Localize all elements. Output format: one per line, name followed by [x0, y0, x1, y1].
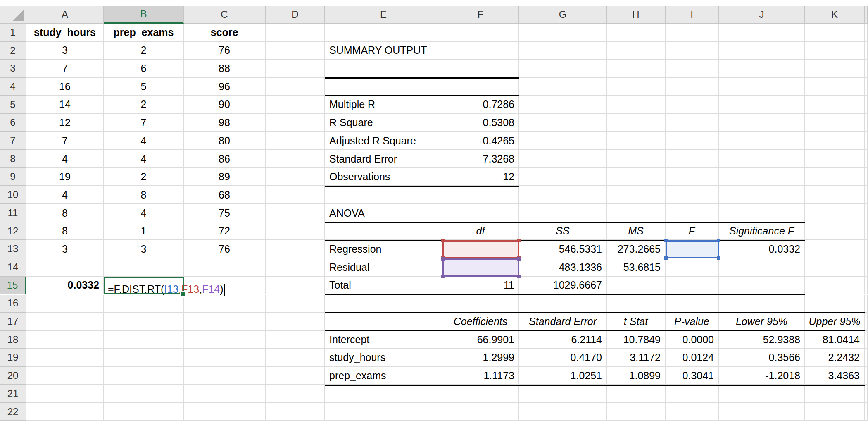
cell-J6[interactable] [719, 114, 805, 132]
cell-K7[interactable] [805, 132, 865, 150]
cell-E15[interactable]: Total [325, 277, 442, 295]
cell-J12[interactable]: Significance F [719, 222, 805, 241]
cell-G6[interactable] [519, 114, 607, 132]
cell-I15[interactable] [666, 277, 719, 295]
cell-H18[interactable]: 10.7849 [607, 331, 666, 349]
cell-G16[interactable] [519, 295, 607, 313]
cell-D21[interactable] [266, 385, 325, 403]
cell-H19[interactable]: 3.1172 [607, 349, 666, 367]
cell-J14[interactable] [719, 258, 805, 277]
cell-overflow-21[interactable] [865, 385, 868, 403]
row-header-17[interactable]: 17 [0, 313, 26, 331]
column-header-H[interactable]: H [607, 6, 666, 24]
cell-A16[interactable] [26, 295, 104, 313]
cell-D5[interactable] [266, 96, 325, 114]
cell-F7[interactable]: 0.4265 [442, 132, 519, 150]
cell-I4[interactable] [666, 78, 719, 96]
cell-F6[interactable]: 0.5308 [442, 114, 519, 132]
cell-overflow-18[interactable] [865, 331, 868, 349]
cell-G9[interactable] [519, 168, 607, 187]
cell-J3[interactable] [719, 60, 805, 78]
cell-F11[interactable] [442, 204, 519, 222]
cell-overflow-12[interactable] [865, 222, 868, 241]
cell-K5[interactable] [805, 96, 865, 114]
cell-J2[interactable] [719, 42, 805, 60]
cell-I9[interactable] [666, 168, 719, 187]
cell-I16[interactable] [666, 295, 719, 313]
cell-B6[interactable]: 7 [104, 114, 184, 132]
cell-G20[interactable]: 1.0251 [519, 367, 607, 385]
cell-C9[interactable]: 89 [184, 168, 266, 187]
cell-D16[interactable] [266, 295, 325, 313]
cell-C20[interactable] [184, 367, 266, 385]
cell-B8[interactable]: 4 [104, 150, 184, 168]
column-header-F[interactable]: F [442, 6, 519, 24]
row-header-19[interactable]: 19 [0, 349, 26, 367]
cell-C1[interactable]: score [184, 24, 266, 42]
cell-F4[interactable] [442, 78, 519, 96]
column-header-K[interactable]: K [805, 6, 865, 24]
cell-E19[interactable]: study_hours [325, 349, 442, 367]
cell-C17[interactable] [184, 313, 266, 331]
cell-B5[interactable]: 2 [104, 96, 184, 114]
cell-K4[interactable] [805, 78, 865, 96]
cell-E17[interactable] [325, 313, 442, 331]
column-header-D[interactable]: D [266, 6, 325, 24]
column-header-C[interactable]: C [184, 6, 266, 24]
cell-F1[interactable] [442, 24, 519, 42]
cell-D10[interactable] [266, 186, 325, 204]
cell-E5[interactable]: Multiple R [325, 96, 442, 114]
cell-H10[interactable] [607, 186, 666, 204]
row-header-13[interactable]: 13 [0, 240, 26, 258]
cell-G5[interactable] [519, 96, 607, 114]
cell-B13[interactable]: 3 [104, 240, 184, 258]
cell-D8[interactable] [266, 150, 325, 168]
cell-J16[interactable] [719, 295, 805, 313]
cell-A14[interactable] [26, 258, 104, 277]
cell-A12[interactable]: 8 [26, 222, 104, 241]
cell-B20[interactable] [104, 367, 184, 385]
row-header-7[interactable]: 7 [0, 132, 26, 150]
cell-A7[interactable]: 7 [26, 132, 104, 150]
cell-I8[interactable] [666, 150, 719, 168]
cell-C5[interactable]: 90 [184, 96, 266, 114]
cell-I12[interactable]: F [666, 222, 719, 241]
cell-K6[interactable] [805, 114, 865, 132]
column-header-A[interactable]: A [26, 6, 104, 24]
cell-I2[interactable] [666, 42, 719, 60]
cell-J10[interactable] [719, 186, 805, 204]
cell-J1[interactable] [719, 24, 805, 42]
cell-K18[interactable]: 81.0414 [805, 331, 865, 349]
row-header-1[interactable]: 1 [0, 24, 26, 42]
cell-E3[interactable] [325, 60, 442, 78]
cell-J11[interactable] [719, 204, 805, 222]
cell-D6[interactable] [266, 114, 325, 132]
cell-I20[interactable]: 0.3041 [666, 367, 719, 385]
cell-B12[interactable]: 1 [104, 222, 184, 241]
cell-E4[interactable] [325, 78, 442, 96]
cell-J18[interactable]: 52.9388 [719, 331, 805, 349]
row-header-12[interactable]: 12 [0, 222, 26, 241]
cell-A1[interactable]: study_hours [26, 24, 104, 42]
cell-C3[interactable]: 88 [184, 60, 266, 78]
select-all-corner[interactable] [0, 6, 26, 24]
cell-G7[interactable] [519, 132, 607, 150]
cell-J8[interactable] [719, 150, 805, 168]
cell-A17[interactable] [26, 313, 104, 331]
cell-overflow-9[interactable] [865, 168, 868, 187]
cell-D19[interactable] [266, 349, 325, 367]
cell-H21[interactable] [607, 385, 666, 403]
cell-E9[interactable]: Observations [325, 168, 442, 187]
cell-overflow-8[interactable] [865, 150, 868, 168]
cell-B11[interactable]: 4 [104, 204, 184, 222]
cell-F19[interactable]: 1.2999 [442, 349, 519, 367]
cell-H11[interactable] [607, 204, 666, 222]
cell-I6[interactable] [666, 114, 719, 132]
cell-C13[interactable]: 76 [184, 240, 266, 258]
cell-E16[interactable] [325, 295, 442, 313]
cell-K16[interactable] [805, 295, 865, 313]
cell-J22[interactable] [719, 403, 805, 421]
cell-J9[interactable] [719, 168, 805, 187]
row-header-8[interactable]: 8 [0, 150, 26, 168]
cell-F20[interactable]: 1.1173 [442, 367, 519, 385]
